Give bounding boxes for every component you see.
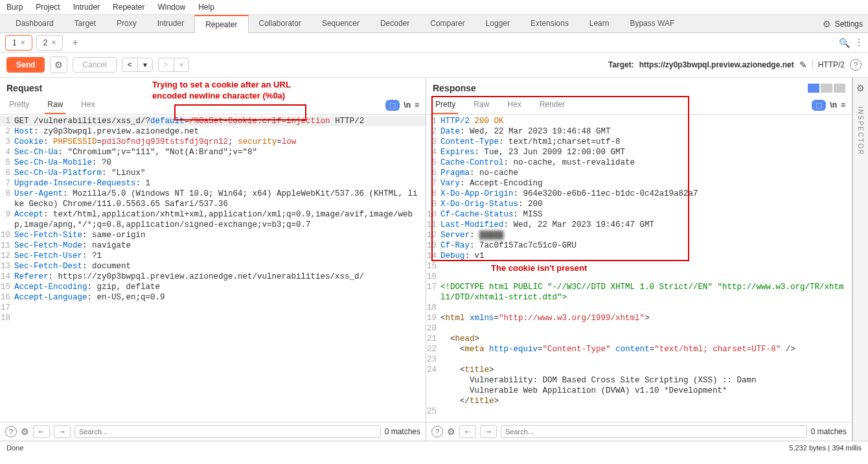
code-line[interactable]: 18 <box>426 303 852 313</box>
code-line[interactable]: 12Sec-Fetch-User: ?1 <box>0 251 426 261</box>
send-button[interactable]: Send <box>6 57 45 73</box>
tool-tab-target[interactable]: Target <box>64 15 106 33</box>
arrow-right-icon[interactable]: → <box>54 425 71 438</box>
code-line[interactable]: 20 <box>426 323 852 334</box>
code-line[interactable]: 3Content-Type: text/html;charset=utf-8 <box>426 137 852 147</box>
settings-button[interactable]: ⚙ <box>50 56 67 73</box>
code-line[interactable]: 10Sec-Fetch-Site: same-origin <box>0 230 426 240</box>
code-line[interactable]: 18 <box>0 313 426 323</box>
add-tab-button[interactable]: + <box>67 34 83 51</box>
code-line[interactable]: 25 <box>426 406 852 417</box>
arrow-left-icon[interactable]: ← <box>33 425 50 438</box>
code-line[interactable]: 5Sec-Ch-Ua-Mobile: ?0 <box>0 157 426 168</box>
code-line[interactable]: 7Upgrade-Insecure-Requests: 1 <box>0 178 426 189</box>
view-tab-hex[interactable]: Hex <box>78 96 97 114</box>
inspector-toggle-icon[interactable]: ⬚ <box>385 100 400 111</box>
tool-tab-repeater[interactable]: Repeater <box>194 15 248 33</box>
code-line[interactable]: 19<html xmlns="http://www.w3.org/1999/xh… <box>426 313 852 323</box>
nav-forward-button[interactable]: > <box>159 58 174 71</box>
menu-intruder[interactable]: Intruder <box>73 3 100 12</box>
layout-rows-icon[interactable] <box>821 84 832 93</box>
code-line[interactable]: 8User-Agent: Mozilla/5.0 (Windows NT 10.… <box>0 189 426 209</box>
tool-tab-logger[interactable]: Logger <box>475 15 520 33</box>
code-line[interactable]: 2Host: zy0p3bwpql.preview.azionedge.net <box>0 126 426 137</box>
code-line[interactable]: 14Referer: https://zy0p3bwpql.preview.az… <box>0 272 426 282</box>
view-tab-raw[interactable]: Raw <box>45 96 65 114</box>
code-line[interactable]: 16Accept-Language: en-US,en;q=0.9 <box>0 292 426 303</box>
code-line[interactable]: 11Last-Modified: Wed, 22 Mar 2023 19:46:… <box>426 220 852 230</box>
arrow-left-icon[interactable]: ← <box>459 425 476 438</box>
menu-help[interactable]: Help <box>198 3 214 12</box>
tool-tab-collaborator[interactable]: Collaborator <box>249 15 312 33</box>
code-line[interactable]: 13Sec-Fetch-Dest: document <box>0 261 426 272</box>
menu-window[interactable]: Window <box>157 3 185 12</box>
code-line[interactable]: 17<!DOCTYPE html PUBLIC "-//W3C//DTD XHT… <box>426 282 852 303</box>
gear-icon[interactable]: ⚙ <box>447 426 455 437</box>
code-line[interactable]: 11Sec-Fetch-Mode: navigate <box>0 240 426 251</box>
tool-tab-decoder[interactable]: Decoder <box>370 15 420 33</box>
code-line[interactable]: 15Accept-Encoding: gzip, deflate <box>0 282 426 292</box>
code-line[interactable]: 2Date: Wed, 22 Mar 2023 19:46:48 GMT <box>426 126 852 137</box>
code-line[interactable]: 15 <box>426 261 852 272</box>
code-line[interactable]: 4Expires: Tue, 23 Jun 2009 12:00:00 GMT <box>426 147 852 157</box>
view-tab-render[interactable]: Render <box>537 96 567 114</box>
hamburger-icon[interactable]: ≡ <box>415 100 419 110</box>
code-line[interactable]: 17 <box>0 303 426 313</box>
code-line[interactable]: 1HTTP/2 200 OK <box>426 116 852 126</box>
search-input[interactable] <box>501 425 807 438</box>
tool-tab-sequencer[interactable]: Sequencer <box>312 15 370 33</box>
search-icon[interactable]: 🔍 <box>839 38 850 48</box>
close-icon[interactable]: × <box>21 38 25 47</box>
code-line[interactable]: 16 <box>426 272 852 282</box>
code-line[interactable]: 21 <head> <box>426 334 852 344</box>
nav-back-button[interactable]: < <box>122 58 138 71</box>
tool-tab-extensions[interactable]: Extensions <box>520 15 579 33</box>
code-line[interactable]: 7Vary: Accept-Encoding <box>426 178 852 189</box>
gear-icon[interactable]: ⚙ <box>856 83 865 93</box>
hamburger-icon[interactable]: ≡ <box>841 100 845 110</box>
layout-single-icon[interactable] <box>834 84 845 93</box>
settings-label[interactable]: Settings <box>835 19 863 29</box>
tool-tab-dashboard[interactable]: Dashboard <box>5 15 64 33</box>
nav-forward-dropdown[interactable]: ▾ <box>174 58 188 71</box>
menu-project[interactable]: Project <box>36 3 60 12</box>
tool-tab-learn[interactable]: Learn <box>579 15 620 33</box>
view-tab-hex[interactable]: Hex <box>505 96 523 114</box>
newline-icon[interactable]: \n <box>404 100 411 110</box>
protocol-label[interactable]: HTTP/2 <box>812 60 845 69</box>
code-line[interactable]: 10Cf-Cache-Status: MISS <box>426 209 852 220</box>
code-line[interactable]: 5Cache-Control: no-cache, must-revalidat… <box>426 157 852 168</box>
view-tab-raw[interactable]: Raw <box>471 96 492 114</box>
tool-tab-comparer[interactable]: Comparer <box>420 15 475 33</box>
search-input[interactable] <box>74 425 381 438</box>
tool-tab-intruder[interactable]: Intruder <box>147 15 194 33</box>
close-icon[interactable]: × <box>51 38 56 47</box>
code-line[interactable]: 22 <meta http-equiv="Content-Type" conte… <box>426 344 852 354</box>
code-line[interactable]: 14Debug: v1 <box>426 251 852 261</box>
code-line[interactable]: 8X-Do-App-Origin: 964e320b-e6b6-11ec-b1d… <box>426 189 852 199</box>
help-icon[interactable]: ? <box>850 59 862 71</box>
help-icon[interactable]: ? <box>5 426 17 437</box>
code-line[interactable]: 13Cf-Ray: 7ac0f157ac7c51c0-GRU <box>426 240 852 251</box>
newline-icon[interactable]: \n <box>830 100 837 110</box>
settings-gear-icon[interactable]: ⚙ <box>823 19 831 29</box>
nav-back-dropdown[interactable]: ▾ <box>138 58 152 71</box>
code-line[interactable]: 6Sec-Ch-Ua-Platform: "Linux" <box>0 168 426 178</box>
arrow-right-icon[interactable]: → <box>480 425 497 438</box>
cancel-button[interactable]: Cancel <box>73 57 116 73</box>
code-line[interactable]: 9X-Do-Orig-Status: 200 <box>426 199 852 209</box>
code-line[interactable]: 6Pragma: no-cache <box>426 168 852 178</box>
inspector-toggle-icon[interactable]: ⬚ <box>812 100 826 111</box>
subtab-1[interactable]: 1 × <box>5 35 32 51</box>
request-editor[interactable]: 1GET /vulnerabilities/xss_d/?default=/%0… <box>0 115 426 422</box>
menu-icon[interactable]: ⋮ <box>855 38 863 48</box>
code-line[interactable]: 9Accept: text/html,application/xhtml+xml… <box>0 209 426 230</box>
help-icon[interactable]: ? <box>431 426 443 437</box>
code-line[interactable]: 24 <title> Vulnerability: DOM Based Cros… <box>426 365 852 406</box>
code-line[interactable]: 4Sec-Ch-Ua: "Chromium";v="111", "Not(A:B… <box>0 147 426 157</box>
code-line[interactable]: 23 <box>426 354 852 365</box>
response-editor[interactable]: 1HTTP/2 200 OK2Date: Wed, 22 Mar 2023 19… <box>426 115 852 422</box>
layout-split-icon[interactable] <box>808 84 819 93</box>
tool-tab-bypass-waf[interactable]: Bypass WAF <box>619 15 685 33</box>
edit-target-icon[interactable]: ✎ <box>799 60 807 70</box>
